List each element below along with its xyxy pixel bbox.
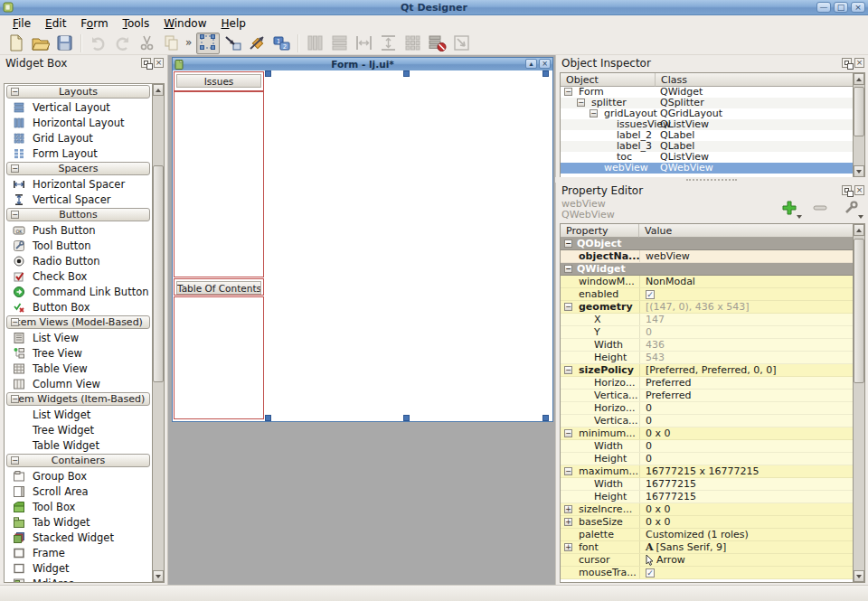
widget-item-table-widget[interactable]: Table Widget (5, 437, 152, 453)
lay-out-horizontally-button[interactable] (303, 33, 326, 54)
main-titlebar[interactable]: Qt Designer — □ × (0, 0, 868, 15)
issues-label[interactable]: Issues (176, 74, 261, 88)
menu-tools[interactable]: Tools (116, 15, 157, 32)
configure-property-editor-button[interactable] (840, 199, 862, 217)
property-row-objectna[interactable]: objectNa...webView (561, 250, 853, 263)
property-value[interactable]: 0 (639, 326, 853, 338)
lay-out-grid-button[interactable] (401, 33, 424, 54)
property-value[interactable]: 16777215 (639, 491, 853, 502)
widget-item-vertical-spacer[interactable]: Vertical Spacer (5, 192, 152, 207)
property-value[interactable]: 147 (639, 314, 853, 325)
widget-item-check-box[interactable]: Check Box (5, 268, 152, 284)
widget-item-frame[interactable]: Frame (5, 545, 152, 560)
property-value[interactable]: 16777215 x 16777215 (639, 465, 853, 477)
property-value[interactable]: Customized (1 roles) (639, 529, 853, 540)
scroll-down-icon[interactable] (153, 570, 164, 582)
property-row-enabled[interactable]: enabled✓ (561, 288, 853, 301)
selection-handle-bottom-right[interactable] (542, 415, 549, 421)
scroll-down-icon[interactable] (854, 570, 864, 582)
inspector-row-webview[interactable]: webViewQWebView (561, 163, 853, 174)
property-row-sizeincre[interactable]: +sizeIncre...0 x 0 (561, 503, 853, 516)
float-panel-icon[interactable] (842, 185, 852, 195)
widget-item-grid-layout[interactable]: Grid Layout (5, 130, 152, 146)
property-value[interactable]: 0 (639, 402, 853, 414)
form-canvas[interactable]: Issues Table Of Contents (173, 70, 552, 421)
section-layouts[interactable]: −Layouts (6, 85, 150, 99)
scrollbar-thumb[interactable] (153, 165, 164, 382)
widget-item-stacked-widget[interactable]: Stacked Widget (5, 530, 152, 545)
toc-list-view[interactable] (174, 296, 264, 419)
widget-item-button-box[interactable]: Button Box (5, 299, 152, 315)
widget-item-list-widget[interactable]: List Widget (5, 407, 152, 422)
section-buttons[interactable]: −Buttons (6, 208, 150, 221)
expander-icon[interactable]: − (590, 109, 598, 117)
scroll-up-icon[interactable] (854, 224, 864, 236)
issues-list-view[interactable] (174, 91, 264, 277)
remove-dynamic-property-button[interactable] (809, 199, 831, 217)
property-group-qobject[interactable]: −QObject (561, 238, 853, 250)
undo-button[interactable] (86, 33, 109, 54)
property-value[interactable]: 436 (639, 339, 853, 351)
collapse-icon[interactable]: − (11, 395, 19, 403)
property-row-minimum[interactable]: −minimum...0 x 0 (561, 427, 853, 440)
property-row-font[interactable]: +fontA[Sans Serif, 9] (561, 541, 853, 554)
selection-handle-top-right[interactable] (542, 70, 549, 77)
widget-item-tab-widget[interactable]: Tab Widget (5, 514, 152, 530)
widget-box-titlebar[interactable]: Widget Box × (0, 55, 167, 71)
property-value[interactable]: 0 (639, 440, 853, 452)
selection-handle-bottom-middle[interactable] (403, 415, 410, 421)
float-panel-icon[interactable] (842, 58, 852, 68)
property-row-y[interactable]: Y0 (561, 326, 853, 339)
property-row-cursor[interactable]: cursorArrow (561, 554, 853, 567)
property-value[interactable]: webView (639, 250, 853, 262)
redo-button[interactable] (110, 33, 134, 54)
property-value[interactable]: Preferred (639, 377, 853, 389)
property-row-x[interactable]: X147 (561, 314, 853, 326)
collapse-icon[interactable]: − (11, 88, 19, 96)
property-row-width[interactable]: Width436 (561, 339, 853, 352)
property-row-height[interactable]: Height0 (561, 453, 853, 465)
widget-item-table-view[interactable]: Table View (5, 361, 152, 376)
object-inspector-titlebar[interactable]: Object Inspector × (556, 55, 868, 71)
menu-file[interactable]: File (5, 15, 38, 32)
selection-handle-top-middle[interactable] (403, 70, 410, 77)
form-titlebar[interactable]: Form - lj.ui* ▴ × (173, 58, 552, 70)
edit-signals-slots-button[interactable] (221, 33, 244, 54)
property-value[interactable]: 0 (639, 453, 853, 465)
widget-item-widget[interactable]: Widget (5, 560, 152, 576)
widget-item-tree-widget[interactable]: Tree Widget (5, 422, 152, 437)
property-row-vertica[interactable]: Vertica...0 (561, 415, 853, 427)
widget-item-group-box[interactable]: Group Box (5, 468, 152, 484)
widget-item-horizontal-spacer[interactable]: Horizontal Spacer (5, 176, 152, 192)
property-value[interactable]: Preferred (639, 390, 853, 401)
property-row-height[interactable]: Height543 (561, 352, 853, 364)
selection-handle-bottom-left[interactable] (265, 415, 271, 421)
property-editor-scrollbar[interactable] (853, 224, 864, 582)
property-row-height[interactable]: Height16777215 (561, 491, 853, 503)
property-row-mousetra[interactable]: mouseTra...✓ (561, 567, 853, 579)
property-row-palette[interactable]: paletteCustomized (1 roles) (561, 529, 853, 541)
property-row-geometry[interactable]: −geometry[(147, 0), 436 x 543] (561, 301, 853, 314)
property-row-sizepolicy[interactable]: −sizePolicy[Preferred, Preferred, 0, 0] (561, 364, 853, 377)
menu-edit[interactable]: Edit (38, 15, 73, 32)
property-value[interactable]: 543 (639, 352, 853, 363)
close-icon[interactable]: × (851, 2, 865, 13)
property-value[interactable]: 0 (639, 415, 853, 427)
property-row-width[interactable]: Width0 (561, 440, 853, 453)
property-value[interactable]: Arrow (639, 554, 853, 566)
property-value[interactable]: NonModal (639, 276, 853, 287)
scroll-up-icon[interactable] (153, 84, 164, 96)
scroll-down-icon[interactable] (854, 165, 864, 177)
column-header-object[interactable]: Object (561, 73, 656, 87)
copy-button[interactable] (159, 33, 183, 54)
property-row-horizo[interactable]: Horizo...0 (561, 402, 853, 415)
edit-tab-order-button[interactable]: 12 (269, 33, 293, 54)
close-panel-icon[interactable]: × (854, 58, 864, 68)
collapse-icon[interactable]: − (11, 456, 19, 465)
widget-item-mdiarea[interactable]: MdiArea (5, 576, 152, 582)
inspector-row-issuesview[interactable]: issuesViewQListView (561, 119, 853, 130)
property-value[interactable]: 0 x 0 (639, 503, 853, 515)
overflow-chevron-icon[interactable]: » (184, 36, 196, 51)
widget-item-column-view[interactable]: Column View (5, 376, 152, 391)
open-form-button[interactable] (28, 33, 52, 54)
